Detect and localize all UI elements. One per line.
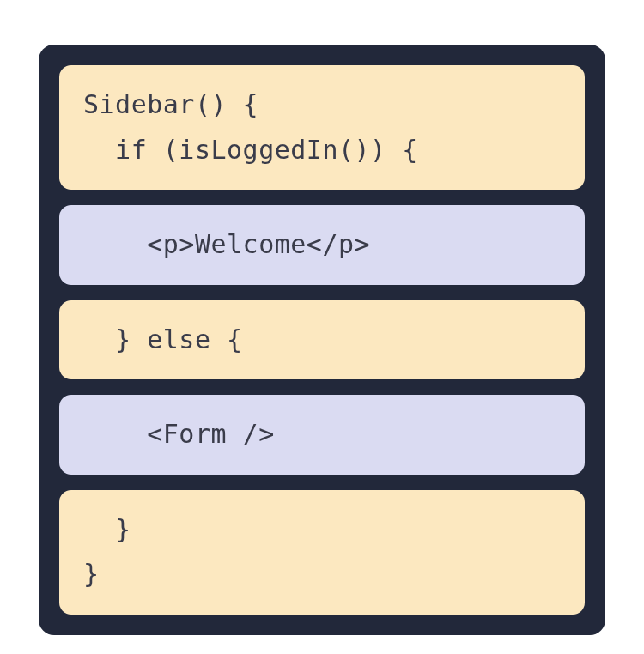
code-block-function-open: Sidebar() { if (isLoggedIn()) {	[59, 65, 585, 190]
code-line: }	[83, 559, 100, 589]
code-block-else: } else {	[59, 300, 585, 380]
code-line: Sidebar() {	[83, 89, 258, 119]
code-line: if (isLoggedIn()) {	[83, 135, 418, 165]
code-line: } else {	[83, 324, 243, 354]
code-line: <Form />	[83, 419, 275, 449]
code-block-form-markup: <Form />	[59, 395, 585, 475]
code-block-welcome-markup: <p>Welcome</p>	[59, 205, 585, 285]
code-line: <p>Welcome</p>	[83, 229, 370, 259]
code-diagram-container: Sidebar() { if (isLoggedIn()) { <p>Welco…	[39, 45, 605, 635]
code-line: }	[83, 514, 131, 544]
code-block-closing: } }	[59, 490, 585, 615]
